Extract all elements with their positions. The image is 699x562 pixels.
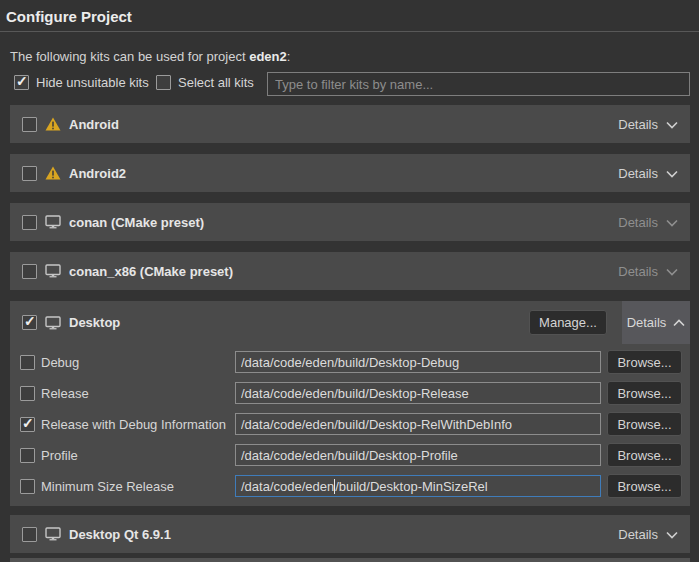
desktop-icon: [45, 527, 61, 541]
chevron-down-icon: [666, 527, 678, 542]
kit-desktop-checkbox[interactable]: [22, 315, 37, 330]
desktop-icon: [45, 316, 61, 330]
config-minsizerel-path-input[interactable]: /data/code/eden/build/Desktop-MinSizeRel: [235, 475, 601, 497]
path-before-caret: /data/code/eden: [241, 479, 334, 494]
config-release-path-input[interactable]: [235, 382, 601, 404]
details-label: Details: [618, 117, 658, 132]
details-label: Details: [618, 166, 658, 181]
select-all-checkbox[interactable]: [156, 75, 171, 90]
kit-name: conan_x86 (CMake preset): [69, 264, 233, 279]
browse-button-debug[interactable]: Browse...: [607, 350, 682, 374]
config-label: Minimum Size Release: [41, 479, 174, 494]
kit-row-desktop-qt-691[interactable]: Desktop Qt 6.9.1 Details: [10, 515, 690, 553]
kit-row-desktop[interactable]: Desktop Manage... Details: [10, 301, 690, 344]
desktop-icon: [45, 215, 61, 229]
chevron-down-icon: [666, 215, 678, 230]
config-label: Release: [41, 386, 89, 401]
details-button-desktop[interactable]: Details: [622, 301, 690, 344]
config-row-profile: Profile Browse...: [10, 440, 690, 471]
build-config-list: Debug Browse... Release Browse... Releas…: [10, 347, 690, 502]
intro-suffix: :: [287, 49, 291, 64]
kit-row-conan[interactable]: conan (CMake preset) Details: [10, 203, 690, 241]
browse-button-minsizerel[interactable]: Browse...: [607, 474, 682, 498]
select-all-label: Select all kits: [178, 75, 254, 90]
details-button-conan-x86[interactable]: Details: [618, 264, 678, 279]
kit-filter-input[interactable]: [267, 72, 690, 96]
browse-button-release[interactable]: Browse...: [607, 381, 682, 405]
select-all-kits-option[interactable]: Select all kits: [156, 75, 254, 90]
config-row-relwithdebinfo: Release with Debug Information Browse...: [10, 409, 690, 440]
kit-name: Android2: [69, 166, 126, 181]
chevron-up-icon: [673, 315, 685, 330]
manage-button[interactable]: Manage...: [529, 310, 607, 335]
warning-icon: [45, 166, 61, 180]
kit-name: conan (CMake preset): [69, 215, 204, 230]
warning-icon: [45, 117, 61, 131]
details-button-android[interactable]: Details: [618, 117, 678, 132]
path-after-caret: /build/Desktop-MinSizeRel: [335, 479, 487, 494]
config-label: Release with Debug Information: [41, 417, 226, 432]
kit-row-conan-x86[interactable]: conan_x86 (CMake preset) Details: [10, 252, 690, 290]
details-label: Details: [618, 264, 658, 279]
config-row-minsizerel: Minimum Size Release /data/code/eden/bui…: [10, 471, 690, 502]
chevron-down-icon: [666, 117, 678, 132]
kit-row-android[interactable]: Android Details: [10, 105, 690, 143]
kit-android2-checkbox[interactable]: [22, 166, 37, 181]
config-minsizerel-checkbox[interactable]: [20, 479, 35, 494]
config-label: Debug: [41, 355, 79, 370]
page-title: Configure Project: [6, 8, 132, 25]
details-label: Details: [627, 315, 667, 330]
kit-row-android2[interactable]: Android2 Details: [10, 154, 690, 192]
details-label: Details: [618, 215, 658, 230]
config-profile-checkbox[interactable]: [20, 448, 35, 463]
config-debug-path-input[interactable]: [235, 351, 601, 373]
kit-conan-checkbox[interactable]: [22, 215, 37, 230]
config-debug-checkbox[interactable]: [20, 355, 35, 370]
kit-name: Android: [69, 117, 119, 132]
browse-button-profile[interactable]: Browse...: [607, 443, 682, 467]
config-relwithdebinfo-checkbox[interactable]: [20, 417, 35, 432]
details-label: Details: [618, 527, 658, 542]
kit-conan-x86-checkbox[interactable]: [22, 264, 37, 279]
configure-project-page: { "window": { "title": "Configure Projec…: [0, 0, 699, 562]
chevron-down-icon: [666, 264, 678, 279]
title-divider: [0, 31, 699, 32]
hide-unsuitable-label: Hide unsuitable kits: [36, 75, 149, 90]
browse-button-relwithdebinfo[interactable]: Browse...: [607, 412, 682, 436]
config-release-checkbox[interactable]: [20, 386, 35, 401]
details-button-android2[interactable]: Details: [618, 166, 678, 181]
next-kit-row-peek: [10, 558, 690, 562]
desktop-icon: [45, 264, 61, 278]
kit-name: Desktop Qt 6.9.1: [69, 527, 171, 542]
hide-unsuitable-checkbox[interactable]: [14, 75, 29, 90]
kit-desktop-qt-691-checkbox[interactable]: [22, 527, 37, 542]
intro-prefix: The following kits can be used for proje…: [10, 49, 249, 64]
config-label: Profile: [41, 448, 78, 463]
config-row-release: Release Browse...: [10, 378, 690, 409]
kit-panel-desktop: Desktop Manage... Details Debug Browse..…: [10, 301, 690, 506]
details-button-conan[interactable]: Details: [618, 215, 678, 230]
intro-text: The following kits can be used for proje…: [10, 49, 290, 64]
config-relwithdebinfo-path-input[interactable]: [235, 413, 601, 435]
details-button-desktop-qt-691[interactable]: Details: [618, 527, 678, 542]
kit-android-checkbox[interactable]: [22, 117, 37, 132]
kit-name: Desktop: [69, 315, 120, 330]
config-profile-path-input[interactable]: [235, 444, 601, 466]
chevron-down-icon: [666, 166, 678, 181]
hide-unsuitable-kits-option[interactable]: Hide unsuitable kits: [14, 75, 149, 90]
project-name: eden2: [249, 49, 287, 64]
config-row-debug: Debug Browse...: [10, 347, 690, 378]
